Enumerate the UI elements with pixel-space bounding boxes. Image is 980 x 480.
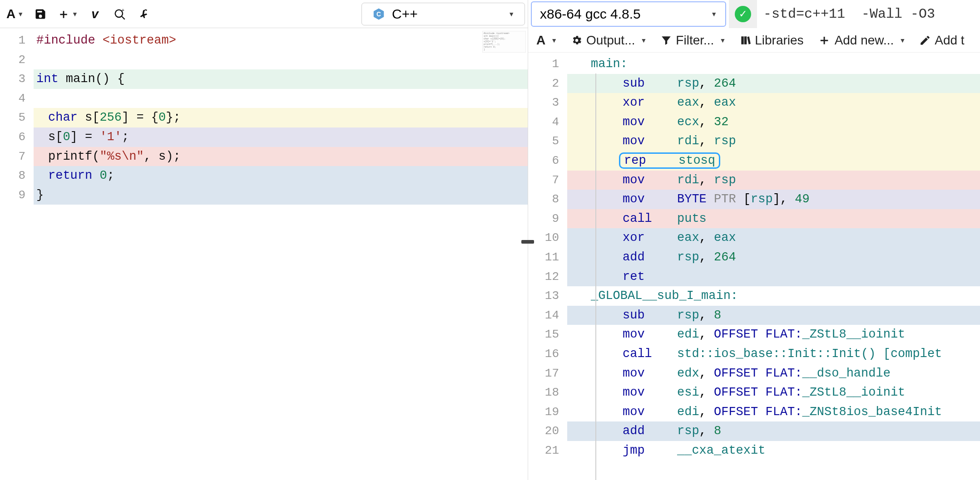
line-number: 4 [528,113,567,132]
asm-line[interactable]: _GLOBAL__sub_I_main: [567,286,980,306]
pane-splitter[interactable] [521,240,534,244]
language-select[interactable]: C C++ ▼ [361,3,525,25]
output-button[interactable]: Output...▼ [566,31,651,49]
asm-line[interactable]: subrsp, 264 [567,74,980,93]
line-number: 3 [528,93,567,113]
compiler-name: x86-64 gcc 4.8.5 [540,6,641,22]
line-number: 20 [528,421,567,441]
source-line[interactable]: return 0; [34,166,528,186]
run-icon[interactable] [133,3,155,25]
line-number: 21 [528,441,567,460]
svg-line-1 [122,16,124,19]
asm-line[interactable]: addrsp, 8 [567,421,980,441]
compiler-bar: x86-64 gcc 4.8.5 ▼ ✓ [528,0,980,28]
line-number: 6 [528,151,567,171]
source-line[interactable]: #include <iostream> [34,31,528,50]
asm-pane: x86-64 gcc 4.8.5 ▼ ✓ A▼ Output...▼ Filte… [528,0,980,480]
asm-line[interactable]: movecx, 32 [567,113,980,132]
line-number: 9 [0,186,34,205]
chevron-down-icon: ▼ [711,10,717,18]
search-icon[interactable]: + [108,3,131,25]
asm-line[interactable]: addrsp, 264 [567,248,980,267]
output-label: Output... [586,33,635,48]
asm-line[interactable]: callstd::ios_base::Init::Init() [complet [567,344,980,364]
asm-line[interactable]: movedi, OFFSET FLAT:_ZStL8__ioinit [567,325,980,344]
source-line[interactable]: } [34,186,528,205]
asm-toolbar: A▼ Output...▼ Filter...▼ Libraries ＋ Add… [528,28,980,53]
line-number: 1 [0,31,34,50]
asm-gutter: 123456789101112131415161718192021 [528,53,567,480]
add-new-label: Add new... [835,33,894,48]
compiler-select[interactable]: x86-64 gcc 4.8.5 ▼ [531,1,726,27]
fold-guide [595,73,596,480]
svg-text:+: + [122,8,124,13]
source-gutter: 123456789 [0,28,34,480]
line-number: 8 [0,166,34,186]
font-button[interactable]: A▼ [532,31,562,49]
compile-status[interactable]: ✓ [729,0,757,28]
asm-line[interactable]: movesi, OFFSET FLAT:_ZStL8__ioinit [567,383,980,402]
language-label: C++ [392,6,418,22]
libraries-label: Libraries [755,33,803,48]
source-code[interactable]: #include <iostream>int main() {char s[25… [34,28,528,480]
add-tool-button[interactable]: Add t [915,31,969,49]
line-number: 9 [528,209,567,229]
libraries-button[interactable]: Libraries [735,31,808,49]
source-line[interactable] [34,50,528,70]
minimap[interactable]: #include <iostream>int main(){char s[256… [482,31,526,53]
line-number: 2 [0,50,34,70]
add-new-button[interactable]: ＋ Add new...▼ [813,29,911,51]
line-number: 15 [528,325,567,344]
line-number: 14 [528,306,567,325]
asm-line[interactable]: movrdi, rsp [567,171,980,190]
add-button[interactable]: ＋▼ [54,3,82,25]
asm-line[interactable]: xoreax, eax [567,93,980,113]
line-number: 18 [528,383,567,402]
source-line[interactable]: char s[256] = {0}; [34,108,528,127]
source-line[interactable]: int main() { [34,69,528,89]
source-line[interactable]: printf("%s\n", s); [34,147,528,167]
add-tool-label: Add t [935,33,964,48]
chevron-down-icon: ▼ [508,10,515,18]
asm-line[interactable]: movedi, OFFSET FLAT:_ZNSt8ios_base4Init [567,402,980,422]
asm-view[interactable]: 123456789101112131415161718192021 main:s… [528,53,980,480]
line-number: 1 [528,54,567,74]
line-number: 7 [0,147,34,167]
asm-code[interactable]: main:subrsp, 264xoreax, eaxmovecx, 32mov… [567,53,980,480]
line-number: 11 [528,248,567,267]
svg-text:C: C [376,11,381,18]
asm-line[interactable]: repstosq [567,151,980,171]
source-line[interactable]: s[0] = '1'; [34,127,528,147]
source-pane: A▼ ＋▼ v + C C++ ▼ 123456789 #include <io… [0,0,528,480]
asm-line[interactable]: movedx, OFFSET FLAT:__dso_handle [567,364,980,383]
save-button[interactable] [29,3,52,25]
vim-button[interactable]: v [84,3,106,25]
line-number: 2 [528,74,567,93]
asm-line[interactable]: movBYTE PTR [rsp], 49 [567,190,980,209]
asm-line[interactable]: xoreax, eax [567,228,980,248]
line-number: 8 [528,190,567,209]
line-number: 6 [0,127,34,147]
line-number: 16 [528,344,567,364]
line-number: 13 [528,286,567,306]
asm-line[interactable]: callputs [567,209,980,229]
line-number: 3 [0,69,34,89]
source-toolbar: A▼ ＋▼ v + C C++ ▼ [0,0,528,28]
asm-line[interactable]: movrdi, rsp [567,132,980,151]
asm-line[interactable]: jmp__cxa_atexit [567,441,980,460]
line-number: 7 [528,171,567,190]
line-number: 5 [528,132,567,151]
source-editor[interactable]: 123456789 #include <iostream>int main() … [0,28,528,480]
font-button[interactable]: A▼ [3,3,27,25]
filter-button[interactable]: Filter...▼ [656,31,730,49]
asm-line[interactable]: ret [567,267,980,287]
asm-line[interactable]: main: [567,54,980,74]
line-number: 5 [0,108,34,127]
filter-label: Filter... [676,33,714,48]
asm-line[interactable]: subrsp, 8 [567,306,980,325]
check-icon: ✓ [735,6,751,22]
line-number: 4 [0,89,34,108]
source-line[interactable] [34,89,528,108]
line-number: 10 [528,228,567,248]
flags-input[interactable] [757,1,980,27]
